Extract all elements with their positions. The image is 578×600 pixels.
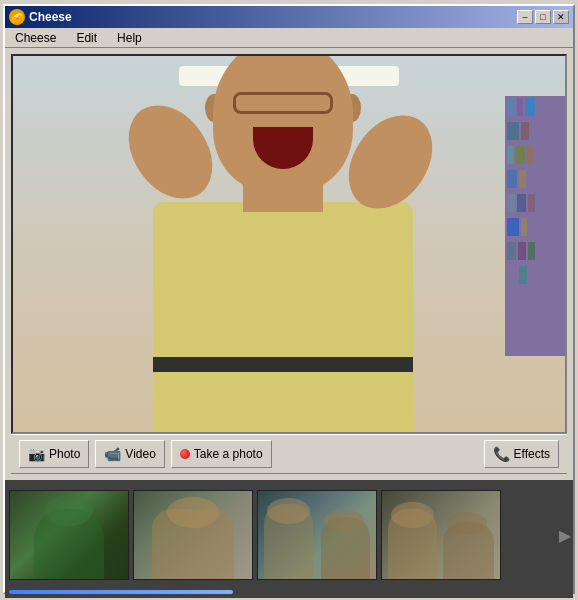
take-photo-button[interactable]: Take a photo	[171, 440, 272, 468]
man-shirt-stripe	[153, 357, 413, 372]
close-button[interactable]: ✕	[553, 10, 569, 24]
thumbnail-4[interactable]	[381, 490, 501, 580]
menu-cheese[interactable]: Cheese	[9, 29, 62, 47]
thumbnail-3[interactable]	[257, 490, 377, 580]
window-controls: – □ ✕	[517, 10, 569, 24]
man-glasses	[233, 92, 333, 114]
man-shirt	[153, 202, 413, 432]
menu-edit[interactable]: Edit	[70, 29, 103, 47]
take-photo-label: Take a photo	[194, 447, 263, 461]
video-icon: 📹	[104, 446, 121, 462]
thumbnails-area: ▶	[5, 480, 573, 590]
minimize-button[interactable]: –	[517, 10, 533, 24]
effects-label: Effects	[514, 447, 550, 461]
video-label: Video	[125, 447, 155, 461]
title-bar-left: 🧀 Cheese	[9, 9, 72, 25]
title-bar: 🧀 Cheese – □ ✕	[5, 6, 573, 28]
menu-help[interactable]: Help	[111, 29, 148, 47]
record-dot	[180, 449, 190, 459]
man-head	[213, 54, 353, 192]
progress-bar	[9, 590, 233, 594]
photo-button[interactable]: 📷 Photo	[19, 440, 89, 468]
thumbnail-1[interactable]	[9, 490, 129, 580]
window-title: Cheese	[29, 10, 72, 24]
thumbnail-2[interactable]	[133, 490, 253, 580]
maximize-button[interactable]: □	[535, 10, 551, 24]
webcam-preview	[11, 54, 567, 434]
menu-bar: Cheese Edit Help	[5, 28, 573, 48]
next-arrow[interactable]: ▶	[559, 526, 571, 545]
bookshelf	[505, 96, 565, 356]
camera-icon: 📷	[28, 446, 45, 462]
app-window: 🧀 Cheese – □ ✕ Cheese Edit Help	[3, 4, 575, 594]
video-button[interactable]: 📹 Video	[95, 440, 164, 468]
app-icon: 🧀	[9, 9, 25, 25]
progress-bar-area	[5, 590, 573, 598]
photo-label: Photo	[49, 447, 80, 461]
effects-button[interactable]: 📞 Effects	[484, 440, 559, 468]
webcam-scene	[13, 56, 565, 432]
controls-bar: 📷 Photo 📹 Video Take a photo 📞 Effects	[11, 434, 567, 474]
person-figure	[133, 92, 433, 432]
effects-icon: 📞	[493, 446, 510, 462]
main-content: 📷 Photo 📹 Video Take a photo 📞 Effects	[5, 48, 573, 480]
